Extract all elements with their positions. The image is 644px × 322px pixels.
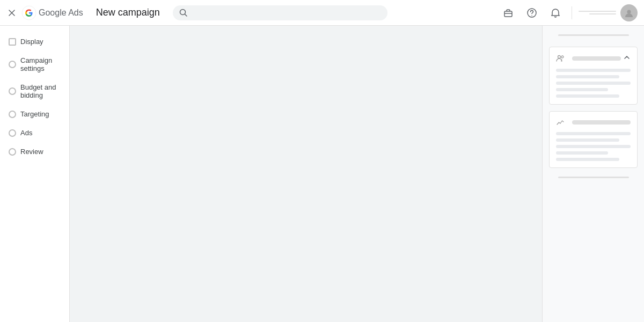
sidebar-item-campaign-settings[interactable]: Campaign settings xyxy=(0,51,69,78)
sidebar-item-display[interactable]: Display xyxy=(0,32,69,51)
content-line xyxy=(556,75,619,78)
chevron-up-icon[interactable] xyxy=(623,54,631,63)
search-icon xyxy=(179,9,188,17)
radio-campaign-settings xyxy=(9,61,16,68)
audience-icon xyxy=(556,54,565,63)
briefcase-icon xyxy=(503,8,514,18)
card-1-title-line xyxy=(572,56,621,61)
panel-bottom-line xyxy=(558,177,629,178)
panel-card-2 xyxy=(549,111,638,168)
sidebar: Display Campaign settings Budget and bid… xyxy=(0,26,70,322)
bell-icon xyxy=(550,8,561,18)
sidebar-label-display: Display xyxy=(20,38,43,46)
avatar[interactable] xyxy=(620,4,638,21)
help-icon xyxy=(526,8,537,18)
svg-point-8 xyxy=(558,56,561,58)
chart-icon xyxy=(556,118,565,127)
radio-budget-bidding xyxy=(9,87,16,95)
display-icon xyxy=(9,38,16,46)
content-line xyxy=(556,88,608,91)
sidebar-label-budget-bidding: Budget and bidding xyxy=(20,83,61,99)
card-2-content xyxy=(556,132,631,161)
content-line xyxy=(556,158,619,161)
briefcase-button[interactable] xyxy=(499,3,518,23)
topbar-divider xyxy=(572,6,572,19)
search-input[interactable] xyxy=(192,9,381,17)
content-area xyxy=(70,26,542,322)
panel-card-1-header xyxy=(556,54,631,63)
svg-point-9 xyxy=(561,56,564,58)
close-icon[interactable] xyxy=(6,8,17,18)
panel-card-1 xyxy=(549,47,638,105)
account-line-1 xyxy=(579,11,616,12)
content-line xyxy=(556,151,608,155)
cursor-area xyxy=(70,26,542,322)
topbar-left: Google Ads New campaign xyxy=(6,5,160,20)
panel-card-2-header xyxy=(556,118,631,127)
sidebar-label-campaign-settings: Campaign settings xyxy=(20,56,61,72)
content-line xyxy=(556,69,631,72)
content-line xyxy=(556,82,631,85)
content-line xyxy=(556,132,631,135)
notifications-button[interactable] xyxy=(546,3,565,23)
svg-point-7 xyxy=(627,10,631,13)
google-logo: Google Ads xyxy=(21,5,83,20)
main-layout: Display Campaign settings Budget and bid… xyxy=(0,26,644,322)
card-2-title-line xyxy=(572,120,631,125)
google-icon xyxy=(21,5,36,20)
radio-ads xyxy=(9,129,16,137)
sidebar-label-targeting: Targeting xyxy=(20,110,49,118)
search-bar xyxy=(173,5,387,20)
account-lines xyxy=(579,11,616,14)
content-line xyxy=(556,94,619,98)
topbar: Google Ads New campaign xyxy=(0,0,644,26)
sidebar-label-ads: Ads xyxy=(20,129,32,137)
content-line xyxy=(556,145,631,148)
sidebar-item-budget-bidding[interactable]: Budget and bidding xyxy=(0,78,69,105)
content-line xyxy=(556,138,619,142)
svg-line-2 xyxy=(185,14,187,16)
radio-targeting xyxy=(9,111,16,118)
sidebar-item-ads[interactable]: Ads xyxy=(0,123,69,142)
sidebar-item-targeting[interactable]: Targeting xyxy=(0,105,69,123)
panel-top-line xyxy=(558,34,629,36)
brand-text: Google Ads xyxy=(39,8,83,18)
account-line-2 xyxy=(589,13,616,14)
radio-review xyxy=(9,148,16,156)
svg-point-6 xyxy=(531,15,532,16)
avatar-icon xyxy=(624,8,634,18)
sidebar-item-review[interactable]: Review xyxy=(0,142,69,161)
svg-rect-3 xyxy=(504,11,512,17)
card-1-content xyxy=(556,69,631,98)
topbar-right xyxy=(499,3,638,23)
sidebar-label-review: Review xyxy=(20,148,43,156)
right-panel xyxy=(542,26,644,322)
search-input-wrap[interactable] xyxy=(173,5,387,20)
page-title: New campaign xyxy=(96,7,160,18)
help-button[interactable] xyxy=(522,3,541,23)
